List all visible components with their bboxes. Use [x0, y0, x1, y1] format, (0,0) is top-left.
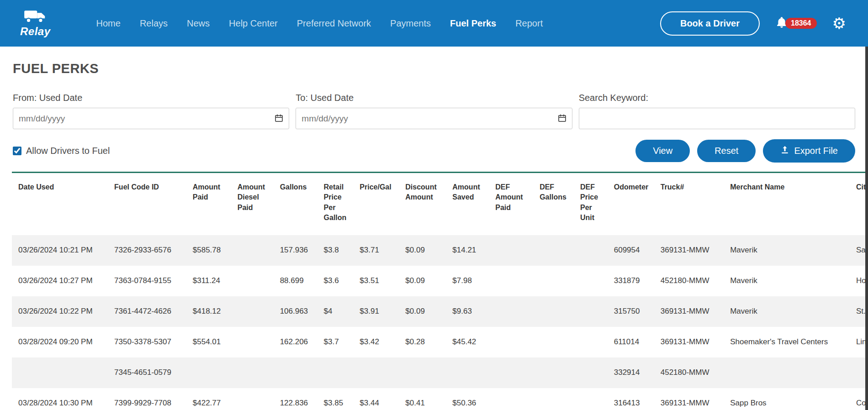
- table-cell: [491, 235, 535, 266]
- table-cell: 611014: [609, 327, 656, 357]
- table-row: 7345-4651-0579332914452180-MMW: [12, 357, 868, 388]
- topbar-right: Book a Driver 18364 ⚙: [660, 11, 846, 36]
- table-cell: [491, 296, 535, 327]
- table-cell: $585.78: [188, 235, 233, 266]
- table-cell: 162.206: [275, 327, 319, 357]
- allow-drivers-label[interactable]: Allow Drivers to Fuel: [26, 146, 110, 156]
- table-cell: [188, 357, 233, 388]
- export-button-label: Export File: [794, 146, 838, 156]
- table-cell: [576, 235, 609, 266]
- table-cell: 122.836: [275, 388, 319, 410]
- vertical-scrollbar[interactable]: [865, 47, 868, 410]
- table-cell: [355, 357, 401, 388]
- table-cell: 452180-MMW: [656, 266, 725, 296]
- notifications[interactable]: 18364: [775, 16, 817, 31]
- table-cell: 369131-MMW: [656, 235, 725, 266]
- table-cell: 369131-MMW: [656, 388, 725, 410]
- main-content: FUEL PERKS From: Used Date To: Used Date: [0, 61, 868, 163]
- table-cell: $3.8: [319, 235, 355, 266]
- nav-links: HomeRelaysNewsHelp CenterPreferred Netwo…: [96, 18, 543, 29]
- table-row: 03/26/2024 10:21 PM7326-2933-6576$585.78…: [12, 235, 868, 266]
- table-cell: [535, 266, 576, 296]
- calendar-icon[interactable]: [274, 113, 284, 125]
- table-cell: $45.42: [448, 327, 491, 357]
- table-cell: [491, 388, 535, 410]
- view-button-label: View: [653, 146, 672, 156]
- table-row: 03/26/2024 10:22 PM7361-4472-4626$418.12…: [12, 296, 868, 327]
- page-title: FUEL PERKS: [13, 61, 855, 76]
- table-cell: 369131-MMW: [656, 327, 725, 357]
- button-group: View Reset Export File: [635, 139, 855, 163]
- nav-item-payments[interactable]: Payments: [390, 18, 431, 29]
- table-cell: $3.7: [319, 327, 355, 357]
- view-button[interactable]: View: [635, 140, 690, 162]
- gear-icon[interactable]: ⚙: [832, 16, 846, 31]
- table-cell: $554.01: [188, 327, 233, 357]
- table-body: 03/26/2024 10:21 PM7326-2933-6576$585.78…: [12, 235, 868, 410]
- from-date-label: From: Used Date: [13, 93, 289, 103]
- to-date-input[interactable]: [296, 108, 572, 129]
- table-cell: Shoemaker's Travel Centers: [725, 327, 852, 357]
- column-header: Amount Diesel Paid: [233, 173, 275, 235]
- column-header: Discount Amount: [401, 173, 448, 235]
- table-cell: [535, 296, 576, 327]
- table-cell: 88.699: [275, 266, 319, 296]
- table-cell: 609954: [609, 235, 656, 266]
- nav-item-report[interactable]: Report: [515, 18, 543, 29]
- table-cell: [233, 296, 275, 327]
- table-header-row: Date UsedFuel Code IDAmount PaidAmount D…: [12, 173, 868, 235]
- table-cell: 03/26/2024 10:21 PM: [12, 235, 110, 266]
- nav-item-help-center[interactable]: Help Center: [229, 18, 278, 29]
- table-row: 03/26/2024 10:27 PM7363-0784-9155$311.24…: [12, 266, 868, 296]
- table-cell: [233, 357, 275, 388]
- search-keyword-label: Search Keyword:: [579, 93, 855, 103]
- allow-drivers-checkbox[interactable]: [13, 147, 21, 155]
- from-date-input[interactable]: [13, 108, 289, 129]
- nav-item-fuel-perks[interactable]: Fuel Perks: [450, 18, 496, 29]
- column-header: DEF Price Per Unit: [576, 173, 609, 235]
- from-date-filter: From: Used Date: [13, 93, 289, 129]
- table-cell: $7.98: [448, 266, 491, 296]
- reset-button-label: Reset: [715, 146, 738, 156]
- column-header: DEF Gallons: [535, 173, 576, 235]
- column-header: Truck#: [656, 173, 725, 235]
- column-header: Price/Gal: [355, 173, 401, 235]
- table-cell: [576, 357, 609, 388]
- table-cell: [535, 357, 576, 388]
- actions-row: Allow Drivers to Fuel View Reset Export …: [13, 139, 855, 163]
- notification-count-badge[interactable]: 18364: [785, 18, 817, 29]
- table-cell: 7326-2933-6576: [110, 235, 188, 266]
- fuel-perks-table: Date UsedFuel Code IDAmount PaidAmount D…: [12, 173, 868, 410]
- truck-icon: [23, 9, 47, 24]
- relay-logo[interactable]: Relay: [20, 9, 51, 38]
- table-cell: 03/26/2024 10:22 PM: [12, 296, 110, 327]
- table-cell: 332914: [609, 357, 656, 388]
- filter-row: From: Used Date To: Used Date: [13, 93, 855, 129]
- table-cell: [491, 266, 535, 296]
- nav-item-news[interactable]: News: [187, 18, 210, 29]
- table-cell: [576, 266, 609, 296]
- search-keyword-input[interactable]: [579, 108, 855, 129]
- reset-button[interactable]: Reset: [697, 140, 756, 162]
- table-cell: Maverik: [725, 235, 852, 266]
- export-file-button[interactable]: Export File: [763, 139, 855, 163]
- table-cell: $4: [319, 296, 355, 327]
- table-cell: 331879: [609, 266, 656, 296]
- table-row: 03/28/2024 10:30 PM7399-9929-7708$422.77…: [12, 388, 868, 410]
- table-cell: [491, 357, 535, 388]
- table-cell: Sapp Bros: [725, 388, 852, 410]
- nav-item-home[interactable]: Home: [96, 18, 121, 29]
- nav-item-preferred-network[interactable]: Preferred Network: [297, 18, 371, 29]
- table-cell: 03/26/2024 10:27 PM: [12, 266, 110, 296]
- table-cell: [725, 357, 852, 388]
- nav-item-relays[interactable]: Relays: [140, 18, 168, 29]
- fuel-perks-table-container: Date UsedFuel Code IDAmount PaidAmount D…: [12, 172, 868, 410]
- table-cell: [401, 357, 448, 388]
- book-a-driver-button[interactable]: Book a Driver: [660, 11, 760, 36]
- table-cell: 7363-0784-9155: [110, 266, 188, 296]
- calendar-icon[interactable]: [557, 113, 567, 125]
- table-cell: 106.963: [275, 296, 319, 327]
- table-cell: [491, 327, 535, 357]
- table-cell: $3.85: [319, 388, 355, 410]
- table-cell: $0.41: [401, 388, 448, 410]
